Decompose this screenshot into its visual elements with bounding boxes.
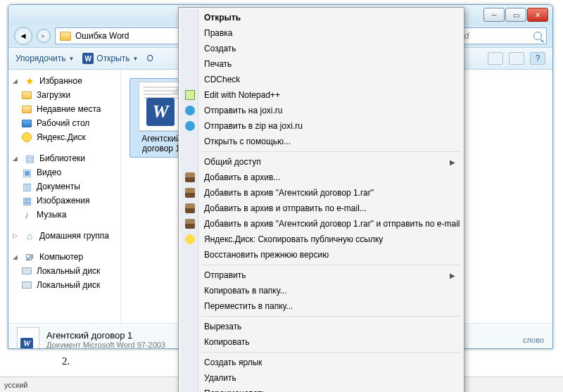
sidebar-favorites[interactable]: ◢★Избранное	[8, 74, 120, 88]
sidebar-item-downloads[interactable]: Загрузки	[8, 88, 120, 102]
disk-icon	[22, 267, 32, 274]
ctx-notepadpp[interactable]: Edit with Notepad++	[180, 87, 462, 103]
list-marker: 2.	[62, 355, 70, 367]
word-doc-icon: W	[139, 82, 184, 131]
winrar-icon	[185, 188, 195, 198]
ctx-shortcut[interactable]: Создать ярлык	[180, 355, 462, 370]
sidebar-item-video[interactable]: ▣Видео	[8, 165, 120, 179]
view-button[interactable]	[488, 52, 503, 65]
folder-icon	[22, 106, 32, 113]
computer-icon: 🖳	[24, 251, 35, 263]
submenu-arrow-icon: ▶	[450, 272, 455, 279]
nav-pane: ◢★Избранное Загрузки Недавние места Рабо…	[8, 70, 121, 323]
forward-button[interactable]: ►	[37, 29, 51, 43]
arrow-right-icon: ►	[41, 32, 47, 39]
folder-icon	[60, 32, 71, 41]
ctx-print[interactable]: Печать	[180, 56, 462, 72]
desktop-icon	[22, 120, 32, 127]
sidebar-item-desktop[interactable]: Рабочий стол	[8, 116, 120, 130]
pictures-icon: ▦	[21, 195, 32, 206]
video-icon: ▣	[21, 167, 32, 178]
details-title: Агентский договор 1	[46, 330, 165, 341]
toolbar-item[interactable]: О	[146, 53, 153, 63]
ctx-openwith[interactable]: Открыть с помощью...	[180, 134, 462, 149]
window-controls: ─ ▭ ✕	[483, 8, 548, 22]
star-icon: ★	[24, 75, 35, 87]
ctx-yadisk[interactable]: Яндекс.Диск: Скопировать публичную ссылк…	[180, 232, 462, 247]
help-button[interactable]: ?	[530, 52, 545, 65]
search-input[interactable]: ord	[452, 27, 547, 44]
sidebar-item-pictures[interactable]: ▦Изображения	[8, 194, 120, 208]
disk-icon	[22, 282, 32, 289]
chevron-down-icon: ▼	[68, 56, 74, 62]
documents-icon: ▥	[21, 181, 32, 192]
details-subtitle: Документ Microsoft Word 97-2003	[46, 341, 165, 349]
joxi-icon	[185, 106, 195, 115]
close-button[interactable]: ✕	[527, 8, 548, 22]
winrar-icon	[185, 203, 195, 213]
minimize-button[interactable]: ─	[483, 8, 505, 22]
back-button[interactable]: ◄	[14, 27, 32, 45]
maximize-button[interactable]: ▭	[505, 8, 526, 22]
sidebar-item-disk[interactable]: Локальный диск	[8, 264, 120, 278]
context-menu: Открыть Правка Создать Печать CDCheck Ed…	[178, 7, 464, 392]
music-icon: ♪	[21, 209, 32, 220]
sidebar-homegroup[interactable]: ▷⌂Домашняя группа	[8, 229, 120, 243]
ctx-sendto[interactable]: Отправить▶	[180, 267, 462, 283]
winrar-icon	[185, 172, 195, 182]
open-button[interactable]: W Открыть▼	[82, 53, 138, 64]
yandex-disk-icon	[22, 132, 32, 142]
ctx-joxi-zip[interactable]: Отправить в zip на joxi.ru	[180, 118, 462, 134]
homegroup-icon: ⌂	[24, 230, 35, 241]
word-icon: W	[82, 53, 94, 64]
ctx-cdcheck[interactable]: CDCheck	[180, 72, 462, 87]
ctx-create[interactable]: Создать	[180, 41, 462, 56]
word-doc-icon	[17, 327, 39, 350]
ctx-edit[interactable]: Правка	[180, 25, 462, 41]
sidebar-libraries[interactable]: ◢▤Библиотеки	[8, 151, 120, 165]
sidebar-item-disk[interactable]: Локальный диск	[8, 278, 120, 292]
folder-icon	[22, 91, 32, 99]
sidebar-computer[interactable]: ◢🖳Компьютер	[8, 250, 120, 264]
library-icon: ▤	[24, 153, 35, 164]
ctx-copy[interactable]: Копировать	[180, 334, 462, 350]
yandex-disk-icon	[185, 234, 195, 244]
sidebar-item-yadisk[interactable]: Яндекс.Диск	[8, 130, 120, 144]
ctx-delete[interactable]: Удалить	[180, 370, 462, 386]
ctx-rar-add-named[interactable]: Добавить в архив "Агентский договор 1.ra…	[180, 185, 462, 201]
search-icon	[533, 32, 542, 40]
ctx-rename[interactable]: Переименовать	[180, 386, 462, 392]
chevron-down-icon: ▼	[132, 56, 138, 62]
notepadpp-icon	[185, 90, 195, 100]
ctx-rar-email-named[interactable]: Добавить в архив "Агентский договор 1.ra…	[180, 216, 462, 232]
ctx-open[interactable]: Открыть	[180, 10, 462, 25]
joxi-icon	[185, 121, 195, 131]
details-meta: слово	[523, 336, 544, 344]
ctx-share[interactable]: Общий доступ▶	[180, 154, 462, 170]
preview-button[interactable]	[509, 52, 524, 65]
sidebar-item-music[interactable]: ♪Музыка	[8, 208, 120, 222]
ctx-moveto[interactable]: Переместить в папку...	[180, 298, 462, 314]
ctx-restore[interactable]: Восстановить прежнюю версию	[180, 247, 462, 263]
submenu-arrow-icon: ▶	[450, 158, 455, 166]
ctx-copyto[interactable]: Копировать в папку...	[180, 283, 462, 298]
ctx-rar-email[interactable]: Добавить в архив и отправить по e-mail..…	[180, 201, 462, 216]
sidebar-item-recent[interactable]: Недавние места	[8, 102, 120, 116]
ctx-cut[interactable]: Вырезать	[180, 319, 462, 334]
sidebar-item-documents[interactable]: ▥Документы	[8, 179, 120, 194]
ctx-rar-add[interactable]: Добавить в архив...	[180, 170, 462, 185]
arrow-left-icon: ◄	[19, 31, 27, 41]
address-text: Ошибка Word	[75, 31, 129, 41]
winrar-icon	[185, 219, 195, 229]
ctx-joxi-send[interactable]: Отправить на joxi.ru	[180, 103, 462, 118]
organize-button[interactable]: Упорядочить▼	[15, 53, 74, 63]
